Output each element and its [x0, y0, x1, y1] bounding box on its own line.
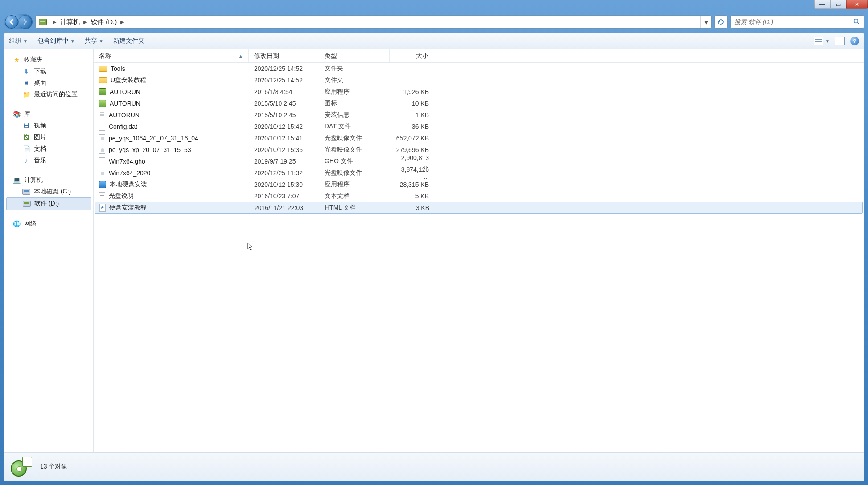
file-name: U盘安装教程	[111, 76, 146, 84]
list-view-icon	[814, 37, 823, 45]
new-folder-button[interactable]: 新建文件夹	[113, 37, 144, 45]
column-header-type[interactable]: 类型	[319, 49, 390, 62]
file-type: 光盘映像文件	[319, 134, 390, 142]
iso-icon	[99, 146, 105, 154]
search-input[interactable]	[734, 18, 853, 25]
file-date: 2019/9/7 19:25	[249, 158, 319, 165]
file-size: 1,926 KB	[390, 88, 434, 95]
sidebar-libraries[interactable]: 📚 库	[4, 108, 93, 120]
file-size: 28,315 KB	[390, 181, 434, 188]
sidebar-network[interactable]: 🌐 网络	[4, 218, 93, 230]
breadcrumb-computer[interactable]: 计算机	[59, 18, 81, 26]
titlebar: — ▭ ✕	[0, 0, 868, 13]
file-row[interactable]: 硬盘安装教程2016/11/21 22:03HTML 文档3 KB	[95, 202, 863, 214]
sidebar-desktop[interactable]: 🖥 桌面	[4, 77, 93, 89]
address-bar[interactable]: ▶ 计算机 ▶ 软件 (D:) ▶ ▾	[35, 15, 712, 29]
file-row[interactable]: Win7x64_20202020/12/25 11:32光盘映像文件3,874,…	[94, 167, 864, 179]
help-button[interactable]: ?	[850, 37, 859, 45]
file-size: 10 KB	[390, 100, 434, 107]
sidebar-videos[interactable]: 🎞 视频	[4, 120, 93, 132]
search-icon[interactable]	[853, 18, 860, 26]
music-icon: ♪	[22, 156, 30, 164]
sidebar-recent[interactable]: 📁 最近访问的位置	[4, 89, 93, 100]
refresh-button[interactable]	[714, 15, 728, 29]
file-row[interactable]: 光盘说明2016/10/23 7:07文本文档5 KB	[94, 190, 864, 202]
column-header-date[interactable]: 修改日期	[249, 49, 319, 62]
drive-c-label: 本地磁盘 (C:)	[34, 188, 71, 196]
column-header-size[interactable]: 大小	[390, 49, 434, 62]
share-menu[interactable]: 共享 ▼	[85, 37, 103, 45]
maximize-button[interactable]: ▭	[830, 0, 846, 9]
file-row[interactable]: AUTORUN2015/5/10 2:45图标10 KB	[94, 98, 864, 109]
file-row[interactable]: pe_yqs_xp_20_07_31_15_532020/10/12 15:36…	[94, 144, 864, 156]
file-rows[interactable]: Tools2020/12/25 14:52文件夹U盘安装教程2020/12/25…	[94, 63, 864, 452]
sidebar-drive-d[interactable]: 软件 (D:)	[6, 197, 91, 210]
sidebar-drive-c[interactable]: 本地磁盘 (C:)	[4, 186, 93, 197]
file-row[interactable]: U盘安装教程2020/12/25 14:52文件夹	[94, 74, 864, 86]
file-row[interactable]: pe_yqs_1064_20_07_31_16_042020/10/12 15:…	[94, 132, 864, 144]
sidebar-pictures[interactable]: 🖼 图片	[4, 132, 93, 143]
breadcrumb-sep-icon[interactable]: ▶	[118, 19, 127, 25]
column-headers: 名称 ▲ 修改日期 类型 大小	[94, 49, 864, 63]
file-name: 本地硬盘安装	[110, 181, 147, 189]
file-row[interactable]: Config.dat2020/10/12 15:42DAT 文件36 KB	[94, 121, 864, 132]
file-name: 光盘说明	[109, 192, 134, 200]
gho-icon	[99, 157, 105, 165]
file-type: 文件夹	[319, 76, 390, 84]
file-row[interactable]: 本地硬盘安装2020/10/12 15:30应用程序28,315 KB	[94, 179, 864, 190]
close-button[interactable]: ✕	[846, 0, 868, 9]
toolbar: 组织 ▼ 包含到库中 ▼ 共享 ▼ 新建文件夹 ▼ ?	[4, 33, 864, 49]
breadcrumb-sep-icon[interactable]: ▶	[81, 19, 90, 25]
forward-button[interactable]	[18, 15, 32, 29]
breadcrumb-drive[interactable]: 软件 (D:)	[90, 18, 118, 26]
video-icon: 🎞	[22, 122, 30, 130]
back-button[interactable]	[5, 15, 18, 29]
file-name: Tools	[111, 65, 125, 72]
sidebar-group-libraries: 📚 库 🎞 视频 🖼 图片 📄 文档 ♪ 音乐	[4, 108, 93, 166]
file-row[interactable]: Win7x64.gho2019/9/7 19:25GHO 文件2,900,813…	[94, 156, 864, 167]
download-icon: ⬇	[22, 67, 30, 75]
col-size-label: 大小	[416, 52, 428, 60]
file-type: 文本文档	[319, 192, 390, 200]
sidebar-documents[interactable]: 📄 文档	[4, 143, 93, 155]
file-row[interactable]: AUTORUN2016/1/8 4:54应用程序1,926 KB	[94, 86, 864, 98]
sidebar-group-favorites: ★ 收藏夹 ⬇ 下载 🖥 桌面 📁 最近访问的位置	[4, 54, 93, 100]
preview-pane-icon	[835, 37, 845, 45]
sidebar-favorites[interactable]: ★ 收藏夹	[4, 54, 93, 66]
chevron-down-icon: ▼	[23, 39, 28, 44]
file-date: 2020/10/12 15:42	[249, 123, 319, 130]
sidebar-music[interactable]: ♪ 音乐	[4, 155, 93, 166]
file-date: 2020/10/12 15:41	[249, 135, 319, 142]
sidebar-group-network: 🌐 网络	[4, 218, 93, 230]
column-header-name[interactable]: 名称 ▲	[94, 49, 249, 62]
file-date: 2020/12/25 14:52	[249, 77, 319, 84]
file-type: DAT 文件	[319, 123, 390, 131]
file-type: 光盘映像文件	[319, 146, 390, 154]
file-row[interactable]: AUTORUN2015/5/10 2:45安装信息1 KB	[94, 109, 864, 121]
file-row[interactable]: Tools2020/12/25 14:52文件夹	[94, 63, 864, 74]
address-dropdown[interactable]: ▾	[700, 16, 711, 28]
recent-icon: 📁	[22, 90, 30, 99]
file-size: 1 KB	[390, 111, 434, 119]
html-icon	[99, 204, 106, 212]
iso-icon	[99, 169, 105, 177]
arrow-right-icon	[22, 19, 28, 25]
libraries-label: 库	[24, 110, 30, 118]
picture-icon: 🖼	[22, 133, 30, 141]
app-icon	[99, 181, 106, 188]
folder-icon	[99, 77, 107, 83]
include-in-library-menu[interactable]: 包含到库中 ▼	[37, 37, 75, 45]
documents-label: 文档	[34, 145, 46, 153]
status-count: 13 个对象	[40, 463, 67, 471]
txt-icon	[99, 192, 105, 200]
preview-pane-button[interactable]	[835, 37, 845, 45]
file-date: 2016/1/8 4:54	[249, 88, 319, 95]
sidebar-computer[interactable]: 💻 计算机	[4, 174, 93, 186]
search-box[interactable]	[730, 15, 864, 29]
organize-menu[interactable]: 组织 ▼	[9, 37, 28, 45]
chevron-down-icon: ▼	[99, 39, 103, 44]
view-mode-button[interactable]: ▼	[814, 37, 830, 45]
minimize-button[interactable]: —	[814, 0, 830, 9]
breadcrumb-sep-icon[interactable]: ▶	[50, 19, 59, 25]
sidebar-downloads[interactable]: ⬇ 下载	[4, 66, 93, 77]
